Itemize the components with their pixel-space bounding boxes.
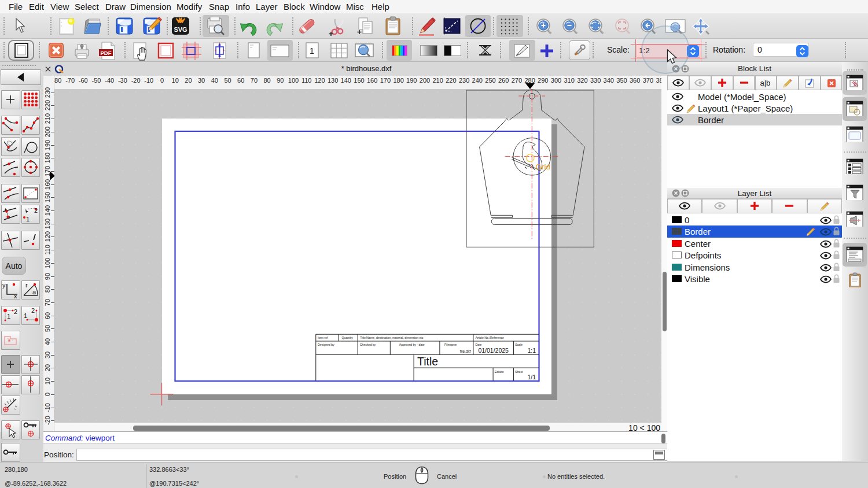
svg-text:01/01/2025: 01/01/2025 (478, 347, 509, 354)
svg-text:Article No./Reference: Article No./Reference (476, 336, 504, 339)
svg-text:Designed by: Designed by (318, 343, 334, 346)
svg-text:Edition: Edition (495, 370, 504, 374)
svg-text:Date: Date (476, 343, 482, 346)
svg-text:Sheet: Sheet (515, 370, 523, 374)
svg-text:Checked by: Checked by (360, 343, 376, 346)
svg-text:1: 1 (310, 46, 314, 56)
svg-text:Title: Title (417, 355, 438, 368)
svg-text:Title/Name, destination, mater: Title/Name, destination, material, dimen… (360, 336, 423, 339)
svg-text:y: y (2, 282, 6, 289)
svg-text:Scale: Scale (515, 343, 523, 346)
svg-text:1: 1 (24, 312, 27, 319)
svg-text:Quantity: Quantity (342, 336, 354, 339)
svg-text:file.dxf: file.dxf (460, 349, 471, 353)
svg-text:1/1: 1/1 (527, 374, 536, 380)
svg-text:1:1: 1:1 (527, 347, 536, 354)
svg-text:1: 1 (26, 216, 30, 223)
svg-text:SVG: SVG (174, 26, 187, 33)
svg-text:2: 2 (34, 207, 38, 214)
svg-text:Grid: Grid (536, 162, 551, 171)
svg-text:x: x (14, 293, 17, 300)
svg-text:a: a (32, 289, 36, 295)
svg-text:Approved by - date: Approved by - date (399, 343, 425, 346)
svg-text:Filename: Filename (444, 343, 457, 346)
svg-text:Item ref: Item ref (318, 336, 328, 339)
svg-text:PDF: PDF (101, 50, 112, 56)
svg-text:2: 2 (14, 308, 17, 315)
svg-text:r: r (25, 282, 28, 289)
svg-text:2: 2 (31, 307, 35, 314)
svg-text:1: 1 (7, 313, 10, 320)
